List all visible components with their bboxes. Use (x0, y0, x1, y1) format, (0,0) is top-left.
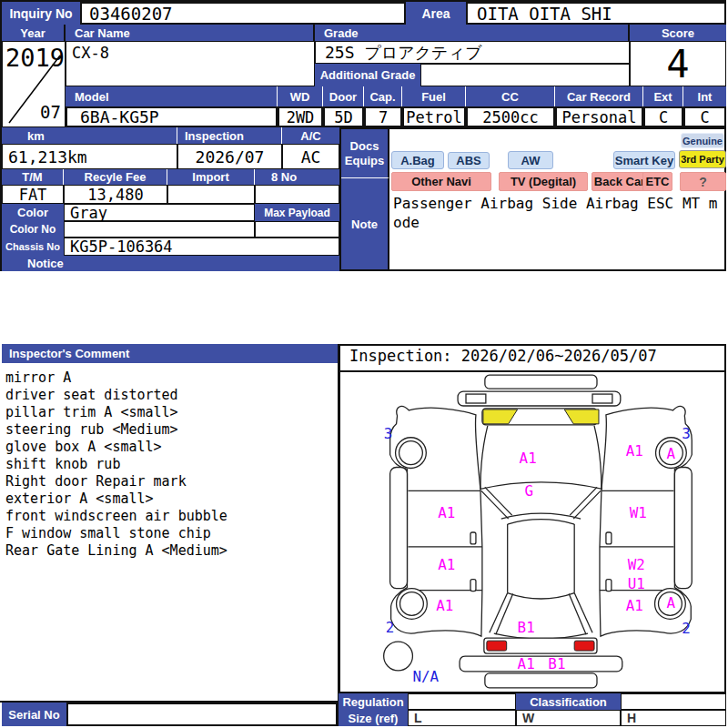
color-no-label: Color No (2, 221, 64, 238)
eight-no-value (255, 185, 339, 204)
comment-line: pillar trim A <small> (5, 404, 333, 421)
note-cell: Note (341, 177, 389, 269)
cap-value: 7 (364, 106, 402, 127)
inspector-header: Inspector's Comment (2, 344, 338, 363)
comment-line: exterior A <small> (5, 490, 333, 508)
area-label: Area (406, 2, 466, 25)
label-right-rear-door-w2: W2 (628, 556, 645, 573)
year-header: Year (2, 25, 66, 41)
roof-sides (508, 524, 574, 592)
wd-header: WD (278, 86, 323, 106)
regulation-label: Regulation (339, 693, 408, 710)
size-ref-label: Size (ref) (339, 710, 408, 726)
comment-line: Rear Gate Lining A <Medium> (5, 542, 333, 560)
comment-line: shift knob rub (5, 456, 333, 473)
label-rear-bumper-b1: B1 (548, 655, 565, 672)
auction-sheet: Inquiry No 03460207 Area OITA OITA SHI Y… (0, 0, 728, 728)
inspection-value: 2026/07 (177, 144, 282, 169)
label-right-front-door: W1 (630, 504, 647, 521)
front-light-left (466, 394, 486, 403)
size-w-cell: W (516, 710, 621, 726)
badge-genuine: Genuine (681, 133, 724, 148)
label-tyre-rear-left: 2 (386, 619, 395, 636)
badge-abag: A.Bag (391, 151, 444, 169)
comment-line: steering rub <Medium> (5, 421, 333, 439)
cc-header: CC (466, 86, 555, 106)
classification-label: Classification (516, 693, 621, 710)
notice-label: Notice (2, 256, 339, 271)
comment-line: driver seat distorted (5, 387, 333, 404)
rear-bumper (460, 656, 622, 672)
max-payload-value (255, 221, 339, 238)
size-l-cell: L (408, 710, 516, 726)
left-sill (390, 468, 408, 589)
door-handle (470, 580, 476, 592)
label-rear-gate: B1 (518, 619, 535, 636)
door-header: Door (323, 86, 364, 106)
area-value: OITA OITA SHI (466, 2, 726, 25)
int-header: Int (683, 86, 726, 106)
car-name-value: CX-8 (66, 41, 315, 86)
label-left-rear-door: A1 (438, 556, 455, 573)
badge-etc: ETC (642, 172, 672, 191)
cap-header: Cap. (364, 86, 402, 106)
grade-value: 25S プロアクティブ (315, 41, 630, 64)
door-handle (470, 532, 476, 544)
comment-line: mirror A (5, 369, 333, 387)
spare-tyre (384, 642, 413, 671)
badge-other-navi: Other Navi (391, 172, 491, 191)
max-payload-label: Max Payload (255, 204, 339, 221)
label-tyre-front-right: 3 (682, 425, 691, 442)
car-damage-diagram: A1 A1 A G A1 W1 A1 W2 U1 A1 A1 A B1 A1 B… (340, 373, 724, 692)
label-left-quarter: A1 (436, 597, 453, 614)
car-record-value: Personal (555, 106, 643, 127)
import-header: Import (167, 169, 255, 185)
ac-value: AC (282, 144, 339, 169)
cc-value: 2500cc (466, 106, 555, 127)
front-light-right (592, 394, 612, 403)
size-h-cell: H (621, 710, 726, 726)
docs-label: Docs (350, 139, 379, 154)
note-text: Passenger Airbag Side Airbag ESC MT mode (391, 193, 728, 269)
chassis-no-label: Chassis No (2, 238, 64, 256)
badge-smart-key: Smart Key (613, 151, 675, 169)
label-right-rear-door-u1: U1 (628, 575, 645, 592)
tm-value: FAT (2, 185, 64, 204)
recycle-fee-value: 13,480 (64, 185, 167, 204)
label-right-fender: A1 (626, 442, 643, 460)
comment-line: front windscreen air bubble (5, 508, 333, 525)
comment-line: F window small stone chip (5, 525, 333, 542)
badge-aw: AW (508, 151, 553, 169)
front-wheel (396, 438, 427, 469)
km-header: km (2, 127, 177, 144)
equips-label: Equips (345, 154, 384, 168)
inspection-header: Inspection (177, 127, 282, 144)
eight-no-header: 8 No (255, 169, 339, 185)
label-front-right-wheel: A (667, 445, 676, 462)
model-value: 6BA-KG5P (66, 106, 278, 127)
fuel-header: Fuel (402, 86, 466, 106)
grade-header: Grade (315, 25, 630, 41)
label-windshield: G (525, 482, 534, 500)
badge-tv-digital: TV (Degital) (499, 172, 588, 191)
color-no-value (64, 221, 255, 238)
badge-abs: ABS (448, 152, 490, 169)
chassis-no-value: KG5P-106364 (64, 238, 339, 256)
inspection-period: Inspection: 2026/02/06~2026/05/07 (349, 347, 723, 370)
windshield-bottom (501, 513, 581, 519)
roof-front (508, 520, 574, 524)
ac-header: A/C (282, 127, 339, 144)
badge-unknown: ? (680, 172, 726, 191)
rear-bottom-plate (485, 673, 597, 688)
inquiry-no-value: 03460207 (80, 2, 406, 25)
comment-line: Right door Repair mark (5, 473, 333, 490)
label-tyre-front-left: 3 (384, 425, 393, 442)
recycle-fee-header: Recyle Fee (64, 169, 167, 185)
car-name-header: Car Name (66, 25, 315, 41)
label-tyre-rear-right: 2 (682, 620, 691, 637)
car-record-header: Car Record (555, 86, 643, 106)
regulation-value (408, 693, 516, 710)
color-value: Gray (64, 204, 255, 221)
damage-mark-red (574, 641, 594, 651)
inspector-comments: mirror A driver seat distorted pillar tr… (5, 369, 333, 560)
